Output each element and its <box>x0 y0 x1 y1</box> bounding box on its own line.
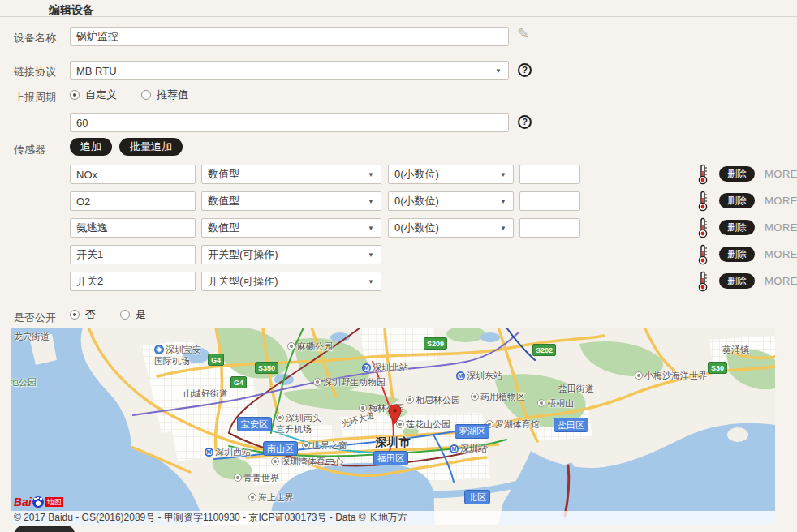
map-label: 宝安区 <box>237 417 272 431</box>
metro-icon: M <box>456 371 465 380</box>
more-link[interactable]: MORE <box>765 248 797 260</box>
delete-sensor-button[interactable]: 删除 <box>719 273 755 289</box>
thermometer-icon <box>696 164 709 185</box>
sensor-type-select[interactable]: 数值型 ▼ <box>201 165 381 184</box>
more-link[interactable]: MORE <box>765 168 797 180</box>
sensors-label: 传感器 <box>14 143 45 157</box>
sensor-buttons: 追加 批量追加 <box>70 138 183 156</box>
more-link[interactable]: MORE <box>765 221 797 234</box>
chevron-down-icon: ▼ <box>368 171 374 178</box>
radio-dot[interactable] <box>70 310 80 320</box>
map-label: 湿地公园 <box>11 376 37 388</box>
radio-option[interactable]: 否 <box>70 307 96 322</box>
map-canvas[interactable]: 龙穴街道湿地公园✈深圳宝安 国际机场麻磡公园M深圳北站M深圳东站深圳野生动物园山… <box>11 328 775 525</box>
sensor-row: 数值型 ▼ 0(小数位) ▼ 删除 MORE <box>70 165 797 184</box>
sensor-type-select[interactable]: 数值型 ▼ <box>201 218 381 238</box>
chevron-down-icon: ▼ <box>368 198 374 205</box>
sensor-name-input[interactable] <box>70 218 196 238</box>
sensor-extra-input[interactable] <box>519 165 580 184</box>
device-name-input[interactable] <box>70 27 509 46</box>
map-label: S350 <box>255 362 278 374</box>
map-label: 深圳市 <box>375 435 411 449</box>
title-divider <box>0 16 797 17</box>
radio-label: 是 <box>136 307 146 322</box>
delete-sensor-button[interactable]: 删除 <box>719 193 755 208</box>
baidu-logo[interactable]: Bai 地图 <box>14 495 63 509</box>
sensor-row: 数值型 ▼ 0(小数位) ▼ 删除 MORE <box>70 218 797 238</box>
chevron-down-icon: ▼ <box>368 251 374 259</box>
sensor-extra-input[interactable] <box>519 218 580 238</box>
radio-option[interactable]: 是 <box>120 307 146 322</box>
chevron-down-icon: ▼ <box>495 67 502 75</box>
map-label: S202 <box>532 344 556 356</box>
sensor-decimals-value: 0(小数位) <box>394 167 439 182</box>
map-label: S209 <box>424 337 447 350</box>
map-labels: 龙穴街道湿地公园✈深圳宝安 国际机场麻磡公园M深圳北站M深圳东站深圳野生动物园山… <box>11 328 775 525</box>
chevron-down-icon: ▼ <box>500 198 506 205</box>
chevron-down-icon: ▼ <box>500 225 506 232</box>
radio-dot[interactable] <box>70 90 80 100</box>
map-pin-marker[interactable] <box>388 404 402 425</box>
thermometer-icon <box>696 244 709 265</box>
map-copyright: © 2017 Baidu - GS(2016)2089号 - 甲测资字11009… <box>11 511 775 525</box>
baidu-map-word: 地图 <box>45 497 63 507</box>
map-label: 盐田街道 <box>558 383 594 394</box>
sensor-row: 数值型 ▼ 0(小数位) ▼ 删除 MORE <box>70 191 797 211</box>
sensor-decimals-select[interactable]: 0(小数位) ▼ <box>388 191 514 211</box>
save-button[interactable] <box>15 526 75 532</box>
radio-option[interactable]: 自定义 <box>70 88 117 102</box>
chevron-down-icon: ▼ <box>500 171 506 178</box>
map-label: 南山区 <box>263 441 298 456</box>
sensor-type-select[interactable]: 开关型(可操作) ▼ <box>201 272 381 291</box>
radio-label: 推荐值 <box>157 88 188 102</box>
metro-icon: M <box>205 448 213 457</box>
radio-option[interactable]: 推荐值 <box>141 88 188 102</box>
sensor-name-input[interactable] <box>70 272 196 291</box>
sensor-decimals-select[interactable]: 0(小数位) ▼ <box>388 218 514 238</box>
poi-icon <box>406 396 414 404</box>
sensor-name-input[interactable] <box>70 245 196 264</box>
map-label: 光环大道 <box>340 409 376 429</box>
poi-icon <box>635 371 643 380</box>
map-label: ✈深圳宝安 国际机场 <box>154 344 201 366</box>
sensor-type-value: 数值型 <box>208 194 239 208</box>
map-label: 深圳湾体育中心 <box>271 456 343 467</box>
radio-dot[interactable] <box>120 310 130 320</box>
public-radio-group: 否是 <box>70 309 170 320</box>
map-label: 北区 <box>464 490 490 504</box>
sensor-name-input[interactable] <box>70 165 196 184</box>
protocol-selected-value: MB RTU <box>76 65 117 77</box>
sensor-type-value: 数值型 <box>208 221 239 235</box>
add-sensor-button[interactable]: 追加 <box>70 138 112 156</box>
sensor-type-select[interactable]: 开关型(可操作) ▼ <box>201 245 381 264</box>
delete-sensor-button[interactable]: 删除 <box>719 220 755 235</box>
period-value-input[interactable] <box>70 113 509 132</box>
edit-pencil-icon[interactable]: ✎ <box>517 27 529 41</box>
thermometer-icon <box>696 271 709 292</box>
chevron-down-icon: ▼ <box>368 278 374 285</box>
radio-dot[interactable] <box>141 90 151 100</box>
more-link[interactable]: MORE <box>765 275 797 287</box>
batch-add-sensor-button[interactable]: 批量追加 <box>119 138 183 156</box>
delete-sensor-button[interactable]: 删除 <box>719 247 755 262</box>
sensor-decimals-value: 0(小数位) <box>394 194 439 208</box>
more-link[interactable]: MORE <box>765 195 797 207</box>
metro-icon: M <box>362 363 371 372</box>
protocol-help-icon[interactable]: ? <box>518 63 532 77</box>
airport-icon: ✈ <box>154 345 164 354</box>
poi-icon <box>234 474 242 482</box>
poi-icon <box>302 441 310 449</box>
map-label: M深圳西站 <box>205 446 251 457</box>
sensor-decimals-select[interactable]: 0(小数位) ▼ <box>388 165 514 184</box>
sensor-type-select[interactable]: 数值型 ▼ <box>201 191 381 211</box>
map-label: M深圳站 <box>450 443 487 454</box>
map-label: M深圳东站 <box>456 370 502 381</box>
baidu-logo-text: Bai <box>14 496 32 508</box>
delete-sensor-button[interactable]: 删除 <box>719 166 755 182</box>
poi-icon <box>287 342 295 350</box>
sensor-row: 开关型(可操作) ▼ ▼ 删除 MORE <box>70 245 797 264</box>
sensor-name-input[interactable] <box>70 191 196 211</box>
sensor-extra-input[interactable] <box>519 191 580 211</box>
protocol-select[interactable]: MB RTU ▼ <box>70 61 509 80</box>
period-help-icon[interactable]: ? <box>518 115 532 129</box>
